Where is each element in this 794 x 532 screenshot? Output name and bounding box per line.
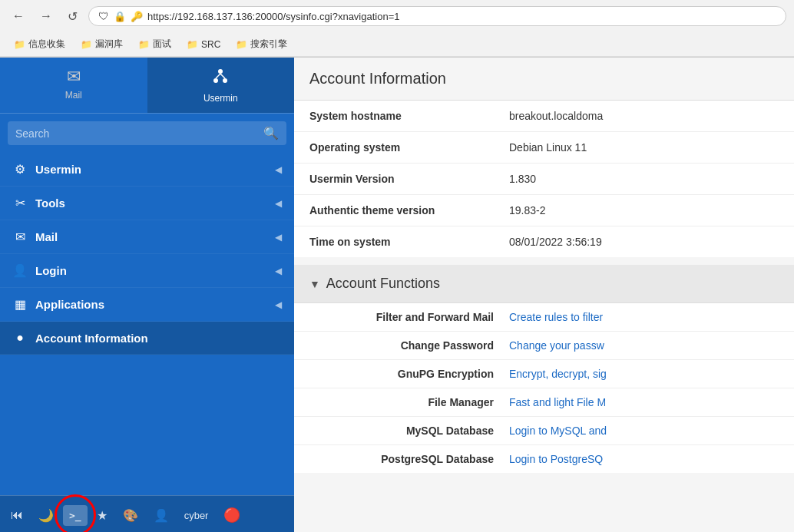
func-link[interactable]: Fast and light File M: [509, 396, 606, 408]
module-bar: ✉ Mail Usermin: [0, 58, 294, 114]
func-row: Filter and Forward Mail Create rules to …: [294, 303, 794, 332]
info-label: Authentic theme version: [309, 204, 509, 216]
info-label: Time on system: [309, 236, 509, 248]
gear-icon: ⚙: [12, 162, 28, 177]
search-button[interactable]: 🔍: [263, 126, 279, 140]
sidebar-item-mail[interactable]: ✉ Mail ◀: [0, 220, 294, 254]
sidebar-item-usermin[interactable]: ⚙ Usermin ◀: [0, 153, 294, 187]
bookmark-label: 漏洞库: [95, 38, 123, 51]
func-link[interactable]: Login to MySQL and: [509, 425, 607, 437]
info-row: Operating system Debian Linux 11: [294, 132, 794, 164]
info-table: System hostname breakout.localdoma Opera…: [294, 101, 794, 257]
bookmark-label: 面试: [153, 38, 171, 51]
info-row: Time on system 08/01/2022 3:56:19: [294, 226, 794, 257]
folder-icon: 📁: [14, 39, 25, 50]
collapse-icon[interactable]: ▼: [309, 278, 320, 290]
func-row: PostgreSQL Database Login to PostgreSQ: [294, 445, 794, 473]
bookmark-item[interactable]: 📁 搜索引擎: [230, 35, 293, 53]
func-link[interactable]: Create rules to filter: [509, 311, 603, 323]
nav-item-label: Applications: [35, 298, 267, 311]
info-label: Operating system: [309, 141, 509, 154]
palette-button[interactable]: 🎨: [117, 504, 144, 527]
info-value: Debian Linux 11: [509, 141, 587, 154]
svg-point-1: [213, 78, 218, 83]
module-mail-label: Mail: [65, 90, 82, 101]
func-link[interactable]: Encrypt, decrypt, sig: [509, 368, 607, 380]
browser-nav: ← → ↺ 🛡 🔒 🔑 https://192.168.137.136:2000…: [0, 0, 794, 32]
func-row: MySQL Database Login to MySQL and: [294, 417, 794, 445]
section-title: Account Information: [309, 70, 779, 88]
chevron-right-icon: ◀: [275, 164, 282, 175]
func-label: PostgreSQL Database: [309, 453, 509, 465]
info-value: 19.83-2: [509, 204, 545, 216]
bookmark-item[interactable]: 📁 SRC: [180, 37, 227, 52]
user-icon: 👤: [154, 509, 169, 522]
bookmark-label: SRC: [201, 39, 220, 50]
func-row: Change Password Change your passw: [294, 332, 794, 360]
nav-item-label: Mail: [35, 230, 267, 243]
terminal-button[interactable]: >_: [63, 505, 88, 526]
chevron-right-icon: ◀: [275, 198, 282, 209]
module-mail[interactable]: ✉ Mail: [0, 58, 147, 113]
shield-icon: 🛡: [98, 10, 109, 22]
func-link[interactable]: Change your passw: [509, 339, 604, 352]
mail-icon: ✉: [12, 230, 28, 244]
sidebar-item-applications[interactable]: ▦ Applications ◀: [0, 288, 294, 322]
refresh-button[interactable]: ↺: [63, 8, 82, 25]
sidebar-item-tools[interactable]: ✂ Tools ◀: [0, 187, 294, 220]
account-icon: ●: [12, 331, 28, 345]
first-button[interactable]: ⏮: [5, 504, 29, 527]
func-label: File Manager: [309, 396, 509, 408]
module-usermin-label: Usermin: [203, 93, 238, 104]
nav-item-label: Account Information: [35, 332, 282, 345]
func-label: GnuPG Encryption: [309, 368, 509, 380]
bookmark-item[interactable]: 📁 信息收集: [8, 35, 71, 53]
functions-table: Filter and Forward Mail Create rules to …: [294, 303, 794, 473]
module-usermin[interactable]: Usermin: [147, 58, 295, 113]
url-display: https://192.168.137.136:20000/sysinfo.cg…: [147, 11, 776, 22]
key-icon: 🔑: [131, 11, 143, 22]
sidebar-item-account-information[interactable]: ● Account Information: [0, 322, 294, 355]
func-link[interactable]: Login to PostgreSQ: [509, 453, 603, 465]
forward-button[interactable]: →: [35, 8, 57, 25]
info-row: System hostname breakout.localdoma: [294, 101, 794, 132]
search-input[interactable]: [15, 127, 257, 140]
info-value: 1.830: [509, 173, 536, 185]
browser-chrome: ← → ↺ 🛡 🔒 🔑 https://192.168.137.136:2000…: [0, 0, 794, 58]
nav-items: ⚙ Usermin ◀ ✂ Tools ◀ ✉ Mail ◀ 👤 Login ◀…: [0, 153, 294, 495]
nav-item-label: Usermin: [35, 163, 267, 176]
logout-icon: 🔴: [223, 507, 240, 523]
func-label: Filter and Forward Mail: [309, 311, 509, 323]
info-row: Usermin Version 1.830: [294, 164, 794, 195]
info-value: breakout.localdoma: [509, 110, 603, 122]
folder-icon: 📁: [81, 39, 92, 50]
applications-icon: ▦: [12, 297, 28, 312]
logout-button[interactable]: 🔴: [217, 502, 246, 528]
folder-icon: 📁: [138, 39, 150, 50]
functions-title: Account Functions: [326, 276, 440, 292]
moon-button[interactable]: 🌙: [32, 504, 60, 527]
func-label: MySQL Database: [309, 425, 509, 437]
user-button[interactable]: 👤: [147, 504, 175, 527]
sidebar-item-login[interactable]: 👤 Login ◀: [0, 254, 294, 288]
terminal-icon: >_: [69, 510, 81, 521]
info-row: Authentic theme version 19.83-2: [294, 195, 794, 226]
sidebar: ✉ Mail Usermin 🔍: [0, 58, 294, 532]
bottom-toolbar: ⏮ 🌙 >_ ★ 🎨 👤 cyber 🔴: [0, 495, 294, 532]
star-button[interactable]: ★: [91, 504, 114, 527]
back-button[interactable]: ←: [8, 8, 29, 25]
info-label: Usermin Version: [309, 173, 509, 185]
address-bar[interactable]: 🛡 🔒 🔑 https://192.168.137.136:20000/sysi…: [88, 6, 786, 26]
bookmark-item[interactable]: 📁 漏洞库: [74, 35, 129, 53]
main-content: Account Information System hostname brea…: [294, 58, 794, 532]
tools-icon: ✂: [12, 196, 28, 210]
info-label: System hostname: [309, 110, 509, 122]
section-header: Account Information: [294, 58, 794, 101]
functions-header: ▼ Account Functions: [294, 265, 794, 303]
chevron-right-icon: ◀: [275, 299, 282, 310]
search-bar[interactable]: 🔍: [8, 121, 286, 145]
username-label: cyber: [178, 505, 215, 526]
svg-line-4: [220, 74, 225, 78]
chevron-right-icon: ◀: [275, 232, 282, 243]
bookmark-item[interactable]: 📁 面试: [132, 35, 177, 53]
